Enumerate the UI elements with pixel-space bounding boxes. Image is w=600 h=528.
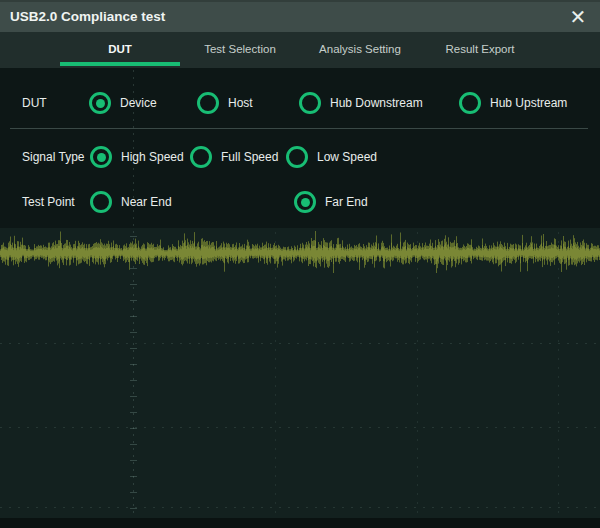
radio-near-end[interactable] bbox=[90, 191, 112, 213]
radio-label: Full Speed bbox=[221, 150, 278, 164]
radio-option-full-speed[interactable]: Full Speed bbox=[190, 146, 278, 168]
radio-label: Far End bbox=[325, 195, 368, 209]
radio-option-hub-downstream[interactable]: Hub Downstream bbox=[299, 92, 423, 114]
row-label: DUT bbox=[22, 96, 47, 110]
row-label: Test Point bbox=[22, 195, 75, 209]
radio-label: High Speed bbox=[121, 150, 184, 164]
radio-label: Low Speed bbox=[317, 150, 377, 164]
form-row-signal-type: Signal Type High Speed Full Speed Low Sp… bbox=[0, 143, 600, 171]
scope-bottom-edge bbox=[0, 518, 600, 528]
divider bbox=[10, 128, 588, 129]
graticule-hline bbox=[0, 343, 600, 344]
form-row-test-point: Test Point Near End Far End bbox=[0, 188, 600, 216]
usb-compliance-dialog: USB2.0 Compliance test ✕ DUT Test Select… bbox=[0, 0, 600, 528]
radio-option-low-speed[interactable]: Low Speed bbox=[286, 146, 377, 168]
radio-label: Hub Upstream bbox=[490, 96, 567, 110]
radio-label: Near End bbox=[121, 195, 172, 209]
radio-option-near-end[interactable]: Near End bbox=[90, 191, 172, 213]
radio-high-speed[interactable] bbox=[90, 146, 112, 168]
row-label: Signal Type bbox=[22, 150, 85, 164]
radio-option-host[interactable]: Host bbox=[197, 92, 253, 114]
radio-label: Host bbox=[228, 96, 253, 110]
radio-option-high-speed[interactable]: High Speed bbox=[90, 146, 184, 168]
radio-device[interactable] bbox=[89, 92, 111, 114]
radio-option-device[interactable]: Device bbox=[89, 92, 157, 114]
radio-low-speed[interactable] bbox=[286, 146, 308, 168]
graticule-hline bbox=[0, 507, 600, 508]
form-row-dut: DUT Device Host Hub Downstream Hub Upstr… bbox=[0, 89, 600, 117]
graticule-hline bbox=[0, 427, 600, 428]
radio-option-hub-upstream[interactable]: Hub Upstream bbox=[459, 92, 567, 114]
waveform-trace bbox=[0, 225, 600, 281]
radio-option-far-end[interactable]: Far End bbox=[294, 191, 368, 213]
radio-far-end[interactable] bbox=[294, 191, 316, 213]
radio-label: Device bbox=[120, 96, 157, 110]
radio-hub-downstream[interactable] bbox=[299, 92, 321, 114]
radio-hub-upstream[interactable] bbox=[459, 92, 481, 114]
radio-host[interactable] bbox=[197, 92, 219, 114]
form-area: DUT Device Host Hub Downstream Hub Upstr… bbox=[0, 0, 600, 228]
radio-label: Hub Downstream bbox=[330, 96, 423, 110]
radio-full-speed[interactable] bbox=[190, 146, 212, 168]
